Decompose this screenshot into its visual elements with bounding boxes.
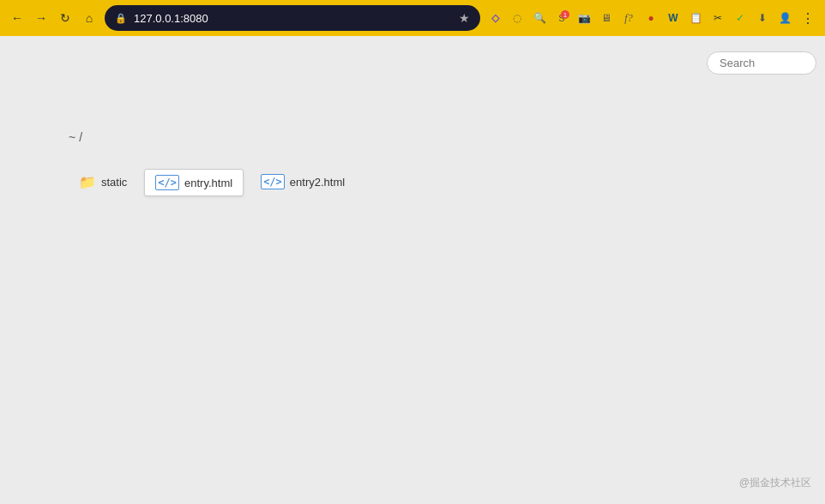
ext-icon-11[interactable]: ✂	[708, 9, 727, 27]
file-name-static: static	[101, 176, 127, 189]
ext-icon-8[interactable]: ●	[641, 9, 660, 27]
search-input[interactable]	[707, 51, 816, 75]
browser-chrome: ← → ↻ ⌂ 🔒 127.0.0.1:8080 ★ ◇ ◌ 🔍 S 1 📷 🖥…	[0, 0, 825, 36]
ext-icon-9[interactable]: W	[664, 9, 683, 27]
search-box-container	[707, 51, 816, 75]
breadcrumb-home[interactable]: ~	[69, 130, 75, 144]
file-item-entry2-html[interactable]: </> entry2.html	[250, 169, 355, 195]
file-item-entry-html[interactable]: </> entry.html	[144, 169, 244, 196]
address-bar[interactable]: 🔒 127.0.0.1:8080 ★	[105, 5, 480, 31]
ext-icon-13[interactable]: ⬇	[753, 9, 772, 27]
file-listing: 📁 static </> entry.html </> entry2.html	[69, 169, 362, 196]
reload-button[interactable]: ↻	[55, 8, 75, 28]
extension-icons: ◇ ◌ 🔍 S 1 📷 🖥 f? ● W 📋 ✂ ✓ ⬇ 👤 ⋮	[485, 8, 818, 28]
forward-button[interactable]: →	[31, 8, 51, 28]
back-button[interactable]: ←	[7, 8, 27, 28]
breadcrumb-separator: /	[79, 130, 82, 144]
watermark: @掘金技术社区	[739, 476, 811, 490]
html-icon-entry: </>	[155, 175, 179, 190]
browser-menu-button[interactable]: ⋮	[798, 8, 818, 28]
folder-icon: 📁	[79, 174, 96, 190]
ext-icon-2[interactable]: ◌	[508, 9, 527, 27]
ext-icon-5[interactable]: 📷	[575, 9, 593, 27]
ext-icon-3[interactable]: 🔍	[530, 9, 549, 27]
file-name-entry2-html: entry2.html	[290, 176, 345, 189]
file-item-static[interactable]: 📁 static	[69, 169, 137, 195]
ext-icon-4[interactable]: S 1	[552, 9, 571, 27]
nav-buttons: ← → ↻ ⌂	[7, 8, 99, 28]
html-icon-entry2: </>	[261, 174, 285, 189]
ext-icon-1[interactable]: ◇	[485, 9, 504, 27]
ext-icon-14[interactable]: 👤	[775, 9, 794, 27]
ext-icon-6[interactable]: 🖥	[597, 9, 616, 27]
home-button[interactable]: ⌂	[79, 8, 99, 28]
lock-icon: 🔒	[115, 13, 127, 24]
ext-icon-7[interactable]: f?	[619, 9, 638, 27]
page-content: ~ / 📁 static </> entry.html </> entry2.h…	[0, 36, 825, 504]
breadcrumb: ~ /	[69, 130, 82, 144]
ext-icon-10[interactable]: 📋	[686, 9, 705, 27]
file-name-entry-html: entry.html	[184, 177, 232, 189]
bookmark-icon[interactable]: ★	[459, 11, 470, 25]
address-text: 127.0.0.1:8080	[134, 12, 452, 25]
ext-icon-12[interactable]: ✓	[731, 9, 750, 27]
